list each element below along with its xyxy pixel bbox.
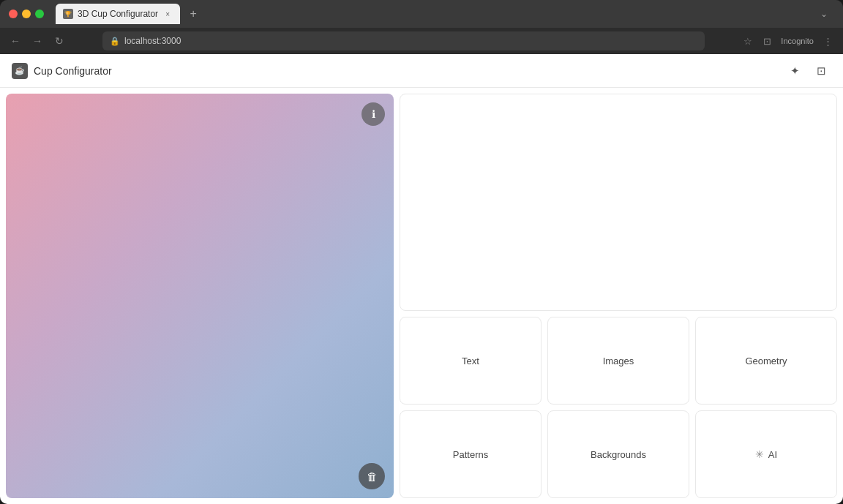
incognito-label: Incognito (778, 33, 817, 49)
app-title: Cup Configurator (34, 65, 112, 77)
tab-close-button[interactable]: × (162, 9, 173, 19)
url-text: localhost:3000 (124, 36, 181, 46)
tab-title: 3D Cup Configurator (78, 9, 158, 19)
theme-toggle-button[interactable]: ✦ (784, 61, 805, 81)
extensions-button[interactable]: ⊡ (759, 33, 775, 49)
app-content: ℹ 🗑 Text Images (0, 88, 843, 504)
option-card-ai[interactable]: ✳ AI (695, 410, 837, 498)
url-bar[interactable]: 🔒 localhost:3000 (102, 31, 705, 50)
menu-button[interactable]: ⋮ (820, 33, 836, 49)
maximize-traffic-light[interactable] (35, 10, 44, 18)
option-card-images[interactable]: Images (547, 317, 689, 405)
browser-tab[interactable]: 🏆 3D Cup Configurator × (56, 4, 180, 24)
app-logo: ☕ Cup Configurator (12, 63, 112, 79)
refresh-button[interactable]: ↻ (51, 33, 67, 49)
tab-bar: 🏆 3D Cup Configurator × + ⌄ (56, 4, 834, 24)
option-label-patterns: Patterns (453, 449, 488, 460)
tab-favicon: 🏆 (63, 9, 73, 19)
title-bar: 🏆 3D Cup Configurator × + ⌄ (0, 0, 843, 28)
option-label-text: Text (462, 356, 479, 366)
options-preview-area (400, 94, 837, 311)
traffic-lights (9, 10, 44, 18)
option-card-patterns[interactable]: Patterns (400, 410, 542, 498)
delete-button[interactable]: 🗑 (359, 463, 385, 489)
page: ☕ Cup Configurator ✦ ⊡ ℹ 🗑 (0, 54, 843, 504)
bookmark-button[interactable]: ☆ (740, 33, 756, 49)
options-grid: Text Images Geometry Patterns Background… (400, 317, 837, 498)
logo-icon: ☕ (12, 63, 28, 79)
option-card-backgrounds[interactable]: Backgrounds (547, 410, 689, 498)
toolbar-right: ☆ ⊡ Incognito ⋮ (740, 33, 836, 49)
right-panel: Text Images Geometry Patterns Background… (400, 88, 843, 504)
new-tab-button[interactable]: + (183, 4, 203, 24)
ai-sparkle-icon: ✳ (755, 448, 764, 460)
forward-button[interactable]: → (29, 33, 45, 49)
option-label-backgrounds: Backgrounds (591, 449, 646, 460)
option-label-geometry: Geometry (745, 356, 787, 366)
tab-expand-button[interactable]: ⌄ (814, 4, 834, 24)
option-label-images: Images (603, 356, 634, 366)
minimize-traffic-light[interactable] (22, 10, 31, 18)
back-button[interactable]: ← (7, 33, 23, 49)
lock-icon: 🔒 (110, 37, 120, 46)
cup-preview-panel: ℹ 🗑 (6, 94, 394, 498)
browser-window: 🏆 3D Cup Configurator × + ⌄ ← → ↻ (0, 0, 843, 504)
app-header: ☕ Cup Configurator ✦ ⊡ (0, 54, 843, 88)
header-actions: ✦ ⊡ (784, 61, 831, 81)
option-card-geometry[interactable]: Geometry (695, 317, 837, 405)
option-card-text[interactable]: Text (400, 317, 542, 405)
save-button[interactable]: ⊡ (811, 61, 831, 81)
address-bar: ← → ↻ 🔒 localhost:3000 ☆ ⊡ Incognito ⋮ (0, 28, 843, 54)
info-button[interactable]: ℹ (361, 102, 385, 126)
close-traffic-light[interactable] (9, 10, 18, 18)
option-label-ai: AI (768, 449, 777, 460)
